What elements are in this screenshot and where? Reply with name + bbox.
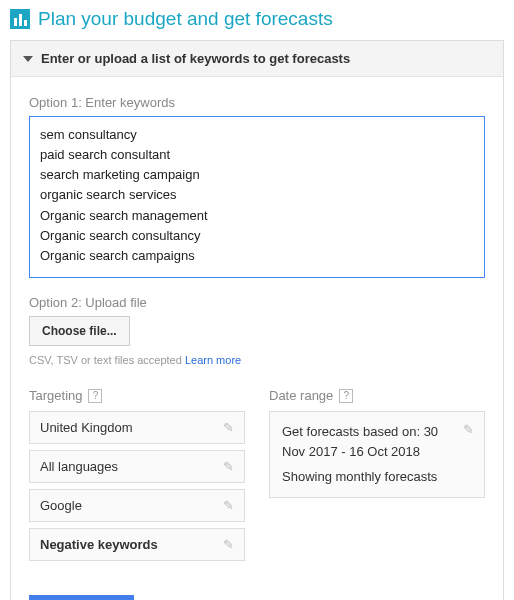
targeting-language-row[interactable]: All languages ✎ xyxy=(29,450,245,483)
panel-header[interactable]: Enter or upload a list of keywords to ge… xyxy=(11,41,503,77)
targeting-help-icon[interactable]: ? xyxy=(88,389,102,403)
option1-label: Option 1: Enter keywords xyxy=(29,95,485,110)
upload-helper: CSV, TSV or text files accepted Learn mo… xyxy=(29,354,485,366)
daterange-help-icon[interactable]: ? xyxy=(339,389,353,403)
daterange-line2: Showing monthly forecasts xyxy=(282,467,472,487)
panel-header-text: Enter or upload a list of keywords to ge… xyxy=(41,51,350,66)
targeting-network-row[interactable]: Google ✎ xyxy=(29,489,245,522)
forecast-panel: Enter or upload a list of keywords to ge… xyxy=(10,40,504,600)
targeting-row-text: Google xyxy=(40,498,82,513)
chart-icon xyxy=(10,9,30,29)
keywords-textarea[interactable] xyxy=(29,116,485,278)
targeting-column: Targeting ? United Kingdom ✎ All languag… xyxy=(29,388,245,567)
choose-file-button[interactable]: Choose file... xyxy=(29,316,130,346)
caret-down-icon xyxy=(23,56,33,62)
targeting-row-text: United Kingdom xyxy=(40,420,133,435)
daterange-label: Date range xyxy=(269,388,333,403)
targeting-negative-row[interactable]: Negative keywords ✎ xyxy=(29,528,245,561)
daterange-line1: Get forecasts based on: 30 Nov 2017 - 16… xyxy=(282,422,472,461)
upload-helper-text: CSV, TSV or text files accepted xyxy=(29,354,185,366)
page-title: Plan your budget and get forecasts xyxy=(38,8,333,30)
pencil-icon: ✎ xyxy=(223,459,234,474)
pencil-icon: ✎ xyxy=(223,498,234,513)
targeting-row-text: Negative keywords xyxy=(40,537,158,552)
pencil-icon: ✎ xyxy=(223,420,234,435)
daterange-box[interactable]: ✎ Get forecasts based on: 30 Nov 2017 - … xyxy=(269,411,485,498)
pencil-icon: ✎ xyxy=(463,420,474,440)
panel-body: Option 1: Enter keywords Option 2: Uploa… xyxy=(11,77,503,600)
targeting-location-row[interactable]: United Kingdom ✎ xyxy=(29,411,245,444)
targeting-label: Targeting xyxy=(29,388,82,403)
daterange-column: Date range ? ✎ Get forecasts based on: 3… xyxy=(269,388,485,567)
option2-label: Option 2: Upload file xyxy=(29,295,485,310)
get-forecasts-button[interactable]: Get forecasts xyxy=(29,595,134,600)
pencil-icon: ✎ xyxy=(223,537,234,552)
targeting-row-text: All languages xyxy=(40,459,118,474)
title-row: Plan your budget and get forecasts xyxy=(10,8,504,30)
learn-more-link[interactable]: Learn more xyxy=(185,354,241,366)
